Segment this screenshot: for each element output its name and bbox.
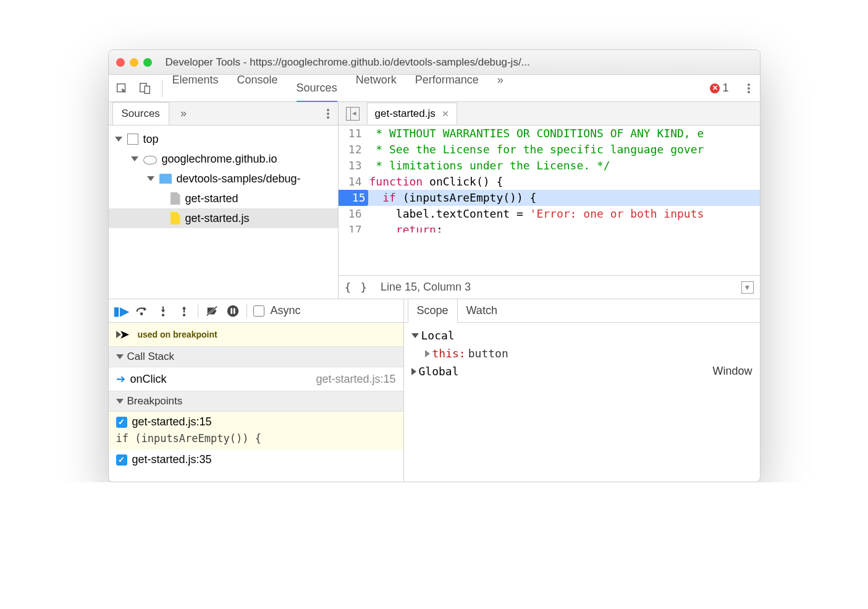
divider	[162, 80, 162, 97]
svg-rect-9	[230, 308, 232, 313]
scope-body: Local this: button Global Window	[404, 323, 760, 384]
breakpoint-location: get-started.js:35	[132, 453, 212, 466]
pretty-print-icon[interactable]: { }	[345, 281, 369, 294]
call-stack-header[interactable]: Call Stack	[109, 346, 403, 367]
svg-rect-10	[233, 308, 235, 313]
step-into-icon[interactable]	[156, 304, 171, 318]
tree-root[interactable]: top	[109, 129, 338, 149]
navigator-panel: Sources » top googlechrome.github.io	[109, 102, 339, 299]
error-badge[interactable]: ✕ 1	[710, 82, 728, 95]
main-menu-icon[interactable]	[748, 87, 750, 90]
code-line: 17 return;	[339, 222, 760, 232]
divider	[198, 304, 198, 318]
expand-icon[interactable]	[147, 176, 154, 181]
error-count: 1	[722, 82, 728, 95]
breakpoints-header[interactable]: Breakpoints	[109, 391, 403, 412]
pause-exceptions-icon[interactable]	[225, 304, 240, 318]
close-tab-icon[interactable]: ✕	[442, 109, 449, 119]
domain-label: googlechrome.github.io	[162, 153, 277, 166]
editor-panel: get-started.js ✕ 11 * WITHOUT WARRANTIES…	[339, 102, 760, 299]
step-out-icon[interactable]	[177, 304, 192, 318]
minimize-window-button[interactable]	[130, 58, 138, 67]
breakpoint-item[interactable]: ✓ get-started.js:35	[109, 449, 403, 470]
overflow-icon[interactable]: ▼	[741, 281, 754, 294]
toggle-navigator-icon[interactable]	[346, 107, 360, 121]
expand-icon[interactable]	[116, 354, 124, 359]
svg-rect-2	[145, 86, 150, 93]
tabs-overflow-icon[interactable]: »	[497, 74, 504, 103]
cursor-icon: ➤	[120, 328, 129, 341]
frame-icon	[127, 134, 138, 145]
frame-location: get-started.js:15	[316, 373, 395, 386]
maximize-window-button[interactable]	[143, 58, 152, 67]
breakpoint-checkbox[interactable]: ✓	[116, 454, 127, 466]
scope-global[interactable]: Global Window	[407, 362, 757, 380]
device-mode-icon[interactable]	[138, 82, 152, 95]
debugger-panels: ▮▶ Async ➤ used on breakpoint Call Stack	[109, 299, 760, 482]
step-over-icon[interactable]	[135, 304, 150, 318]
editor-file-tab[interactable]: get-started.js ✕	[367, 103, 457, 124]
sources-content: Sources » top googlechrome.github.io	[109, 102, 760, 299]
tree-file-2[interactable]: get-started.js	[109, 208, 338, 228]
expand-icon[interactable]	[425, 350, 430, 357]
tab-watch[interactable]: Watch	[458, 299, 506, 322]
tab-sources[interactable]: Sources	[297, 74, 337, 103]
current-frame-icon: ➔	[116, 372, 125, 386]
tab-scope[interactable]: Scope	[408, 299, 458, 323]
tree-domain[interactable]: googlechrome.github.io	[109, 149, 338, 169]
code-line: 14function onClick() {	[339, 174, 760, 190]
expand-icon[interactable]	[116, 399, 124, 404]
resume-icon[interactable]: ▮▶	[114, 304, 129, 318]
scope-this[interactable]: this: button	[407, 344, 757, 362]
navigator-overflow-icon[interactable]: »	[180, 107, 187, 120]
paused-banner: ➤ used on breakpoint	[109, 323, 403, 346]
navigator-tab-sources[interactable]: Sources	[112, 102, 169, 125]
file-tree: top googlechrome.github.io devtools-samp…	[109, 126, 338, 232]
tree-folder[interactable]: devtools-samples/debug-	[109, 169, 338, 189]
cloud-icon	[143, 156, 157, 164]
svg-point-8	[227, 305, 238, 316]
tab-performance[interactable]: Performance	[415, 74, 479, 103]
editor-tab-bar: get-started.js ✕	[339, 102, 760, 126]
breakpoint-checkbox[interactable]: ✓	[116, 417, 127, 428]
titlebar: Developer Tools - https://googlechrome.g…	[109, 50, 760, 75]
tab-elements[interactable]: Elements	[172, 74, 219, 103]
editor-status-bar: { } Line 15, Column 3 ▼	[339, 275, 760, 299]
frame-name: onClick	[130, 373, 167, 386]
expand-icon[interactable]	[131, 156, 138, 161]
error-icon: ✕	[710, 83, 720, 93]
breakpoint-item[interactable]: ✓ get-started.js:15	[109, 412, 403, 432]
deactivate-breakpoints-icon[interactable]	[204, 304, 219, 318]
scope-local[interactable]: Local	[407, 326, 757, 344]
window-controls	[116, 58, 152, 67]
code-line: 12 * See the License for the specific la…	[339, 142, 760, 158]
expand-icon[interactable]	[115, 137, 122, 142]
scope-value: Window	[712, 365, 752, 378]
expand-icon[interactable]	[411, 333, 419, 338]
tab-network[interactable]: Network	[356, 74, 397, 103]
navigator-menu-icon[interactable]	[327, 113, 329, 115]
svg-point-3	[140, 312, 143, 315]
async-checkbox[interactable]	[253, 305, 264, 317]
navigator-tab-bar: Sources »	[109, 102, 338, 126]
svg-point-5	[182, 313, 185, 316]
code-line: 16 label.textContent = 'Error: one or bo…	[339, 206, 760, 222]
js-file-icon	[171, 212, 180, 224]
root-label: top	[143, 133, 159, 146]
close-window-button[interactable]	[116, 58, 125, 67]
file-label: get-started	[185, 192, 238, 205]
breakpoint-location: get-started.js:15	[132, 415, 212, 428]
expand-icon[interactable]	[411, 368, 416, 375]
scope-tab-bar: Scope Watch	[404, 299, 760, 323]
main-tabs: Elements Console Sources Network Perform…	[172, 74, 504, 103]
code-editor[interactable]: 11 * WITHOUT WARRANTIES OR CONDITIONS OF…	[339, 126, 760, 275]
tree-file-1[interactable]: get-started	[109, 189, 338, 208]
paused-text: used on breakpoint	[138, 330, 217, 339]
window-title: Developer Tools - https://googlechrome.g…	[166, 56, 530, 69]
cursor-position: Line 15, Column 3	[381, 281, 471, 294]
code-line: 13 * limitations under the License. */	[339, 158, 760, 174]
inspect-icon[interactable]	[115, 82, 129, 95]
editor-file-name: get-started.js	[375, 108, 436, 120]
tab-console[interactable]: Console	[237, 74, 278, 103]
call-stack-item[interactable]: ➔ onClick get-started.js:15	[109, 367, 403, 391]
